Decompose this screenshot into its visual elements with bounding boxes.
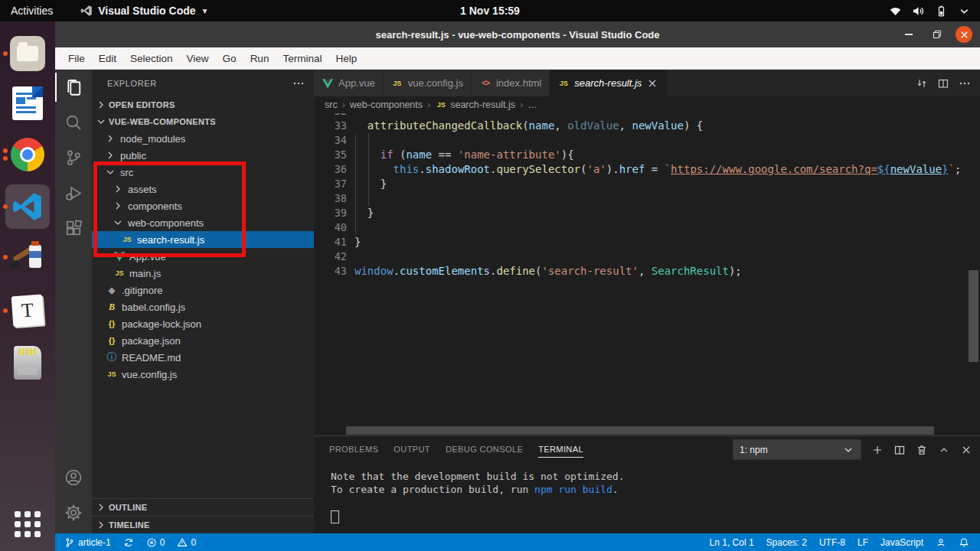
tree-item-readme.md[interactable]: ⓘREADME.md	[92, 349, 314, 366]
activities-button[interactable]: Activities	[0, 0, 64, 21]
running-indicator	[3, 308, 8, 313]
tree-item-main.js[interactable]: JSmain.js	[92, 265, 314, 282]
tree-item-node-modules[interactable]: node_modules	[92, 130, 314, 147]
horizontal-scrollbar[interactable]	[346, 426, 934, 435]
activitybar-settings[interactable]	[55, 495, 92, 530]
activitybar-accounts[interactable]	[55, 460, 92, 495]
dock-item-chrome[interactable]	[0, 132, 55, 178]
tree-item-babel.config.js[interactable]: Bbabel.config.js	[92, 298, 314, 315]
tab-app.vue[interactable]: App.vue	[314, 70, 384, 96]
dock-item-sd-card[interactable]	[0, 340, 55, 386]
activitybar-source-control[interactable]	[55, 140, 92, 175]
tree-item-.gitignore[interactable]: ◈.gitignore	[92, 282, 314, 298]
close-tab-icon[interactable]	[646, 77, 658, 90]
tree-item-app.vue[interactable]: App.vue	[92, 248, 314, 265]
tab-vue.config.js[interactable]: JSvue.config.js	[384, 70, 472, 96]
panel-tab-output[interactable]: OUTPUT	[394, 442, 430, 458]
menu-go[interactable]: Go	[216, 47, 243, 69]
tab-search-result.js[interactable]: JSsearch-result.js	[550, 70, 667, 96]
menu-view[interactable]: View	[180, 47, 216, 69]
panel-tab-problems[interactable]: PROBLEMS	[329, 442, 378, 458]
kill-terminal-icon[interactable]	[916, 444, 928, 456]
minimize-button[interactable]	[900, 26, 917, 43]
timeline-section[interactable]: TIMELINE	[92, 516, 314, 533]
panel-tab-terminal[interactable]: TERMINAL	[538, 442, 583, 458]
more-actions-icon[interactable]	[959, 77, 971, 90]
status-indentation[interactable]: Spaces: 2	[760, 533, 813, 551]
tab-index.html[interactable]: <>index.html	[472, 70, 550, 96]
close-button[interactable]	[956, 26, 972, 43]
open-editors-section[interactable]: OPEN EDITORS	[92, 96, 314, 113]
breadcrumb-item[interactable]: web-components	[350, 99, 423, 110]
open-changes-icon[interactable]	[916, 77, 928, 90]
outline-section[interactable]: OUTLINE	[92, 498, 314, 516]
dock-item-text-editor[interactable]: T	[0, 288, 55, 334]
dock-item-files[interactable]	[0, 31, 55, 77]
tree-item-label: src	[120, 167, 133, 178]
settings-icon	[64, 504, 83, 522]
search-icon	[64, 113, 83, 132]
status-feedback[interactable]	[929, 533, 952, 551]
status-warnings[interactable]: 0	[171, 533, 202, 551]
status-git-branch-status[interactable]: article-1	[58, 533, 117, 551]
tree-item-public[interactable]: public	[92, 147, 314, 164]
activitybar-run-debug[interactable]	[55, 175, 92, 210]
chevron-down-icon	[112, 217, 124, 229]
tree-item-package.json[interactable]: {}package.json	[92, 332, 314, 349]
workspace-section[interactable]: VUE-WEB-COMPONENTS	[92, 113, 314, 130]
dock-item-app-grid[interactable]	[0, 501, 55, 547]
status-language-mode[interactable]: JavaScript	[874, 533, 929, 551]
split-terminal-icon[interactable]	[893, 444, 906, 456]
status-sync-status[interactable]	[117, 533, 140, 551]
tree-item-assets[interactable]: assets	[92, 181, 314, 197]
menu-run[interactable]: Run	[243, 47, 276, 69]
activitybar-explorer[interactable]	[55, 70, 92, 105]
code-editor[interactable]: 3233 attributeChangedCallback(name, oldV…	[314, 113, 980, 435]
tree-item-vue.config.js[interactable]: JSvue.config.js	[92, 366, 314, 383]
tree-item-package-lock.json[interactable]: {}package-lock.json	[92, 315, 314, 332]
menu-help[interactable]: Help	[328, 47, 364, 69]
indent-guide	[368, 133, 369, 206]
tree-item-src[interactable]: src	[92, 164, 314, 181]
status-eol[interactable]: LF	[851, 533, 874, 551]
status-label: LF	[858, 537, 868, 548]
menu-file[interactable]: File	[61, 47, 92, 69]
tree-item-components[interactable]: components	[92, 197, 314, 214]
menu-terminal[interactable]: Terminal	[276, 47, 328, 69]
dock-item-paint[interactable]	[0, 234, 55, 280]
dock-item-libreoffice-writer[interactable]	[0, 80, 55, 126]
menu-selection[interactable]: Selection	[123, 47, 180, 69]
tree-item-web-components[interactable]: web-components	[92, 214, 314, 231]
vertical-scrollbar[interactable]	[969, 270, 978, 362]
activitybar-search[interactable]	[55, 105, 92, 140]
app-menu[interactable]: Visual Studio Code ▼	[80, 5, 208, 17]
breadcrumb-item[interactable]: …	[528, 99, 537, 110]
js-file-icon: JS	[435, 99, 447, 111]
terminal-output[interactable]: Note that the development build is not o…	[314, 463, 980, 533]
maximize-panel-icon[interactable]	[938, 444, 950, 456]
status-errors[interactable]: 0	[140, 533, 172, 551]
babel-file-icon: B	[106, 301, 118, 313]
breadcrumb-item[interactable]: src	[325, 99, 338, 110]
error-icon	[146, 537, 157, 548]
dock-item-vscode[interactable]	[0, 182, 55, 231]
tree-item-search-result.js[interactable]: JSsearch-result.js	[92, 231, 314, 248]
close-panel-icon[interactable]	[960, 444, 972, 456]
restore-button[interactable]	[928, 26, 945, 43]
breadcrumb-item[interactable]: JSsearch-result.js	[435, 99, 515, 111]
system-status-area[interactable]	[889, 5, 980, 18]
panel-tab-debug-console[interactable]: DEBUG CONSOLE	[446, 442, 523, 458]
explorer-more-actions-icon[interactable]	[292, 77, 305, 90]
status-cursor-position[interactable]: Ln 1, Col 1	[704, 533, 760, 551]
terminal-selector[interactable]: 1: npm	[733, 439, 861, 460]
status-notifications[interactable]	[952, 533, 975, 551]
new-terminal-icon[interactable]	[871, 444, 884, 456]
status-encoding[interactable]: UTF-8	[813, 533, 851, 551]
activitybar-extensions[interactable]	[55, 210, 92, 246]
window-titlebar[interactable]: search-result.js - vue-web-components - …	[55, 21, 980, 47]
split-editor-icon[interactable]	[937, 77, 949, 90]
chevron-right-icon	[95, 519, 107, 531]
bell-icon	[959, 537, 969, 548]
menu-edit[interactable]: Edit	[92, 47, 123, 69]
tree-item-label: babel.config.js	[122, 302, 185, 313]
